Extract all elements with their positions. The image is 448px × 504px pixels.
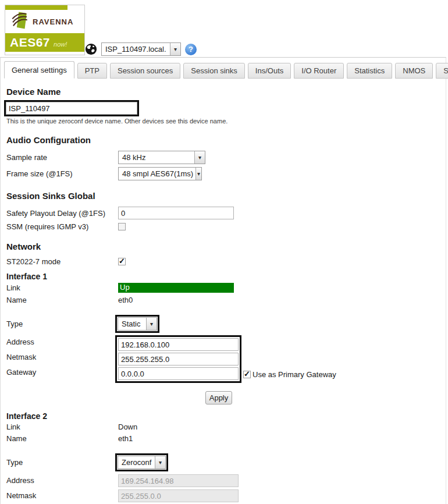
interface1-type-value: Static [118,320,143,328]
interface2-netmask-label: Netmask [6,489,118,504]
device-name-input[interactable] [6,102,137,115]
interface-2-heading: Interface 2 [6,411,446,421]
tab-io-router[interactable]: I/O Router [294,63,344,79]
brand-tagline: now! [54,41,67,48]
page-header: RAVENNA AES67 now! ISP_110497.local. ? [0,0,448,57]
interface1-type-highlight: Static [115,315,159,333]
ssm-checkbox[interactable] [118,223,126,230]
st2022-7-mode-checkbox[interactable] [118,258,126,265]
tab-session-sources[interactable]: Session sources [110,63,180,79]
interface1-gateway-label: Gateway [6,365,118,381]
audio-configuration-heading: Audio Configuration [6,135,446,145]
interface1-primary-gateway-checkbox[interactable] [243,371,251,378]
safety-playout-delay-input[interactable] [118,207,234,219]
interface1-netmask-label: Netmask [6,350,118,365]
chevron-down-icon[interactable] [146,318,157,330]
sample-rate-select[interactable]: 48 kHz [118,151,205,164]
device-name-help: This is the unique zeroconf device name.… [6,118,446,125]
tab-system[interactable]: System [436,63,448,79]
interface2-link-status: Down [118,423,137,431]
tab-nmos[interactable]: NMOS [395,63,433,79]
network-heading: Network [6,242,446,251]
tab-ptp[interactable]: PTP [77,63,107,79]
session-sinks-global-heading: Session Sinks Global [6,191,446,201]
device-name-highlight [4,100,139,116]
interface2-address-label: Address [6,474,118,489]
ravenna-logo-icon [11,10,29,33]
chevron-down-icon[interactable] [170,43,180,55]
brand-product: AES67 [10,36,50,49]
ssm-label: SSM (requires IGMP v3) [6,222,118,231]
frame-size-value: 48 smpl AES67(1ms) [119,169,195,178]
chevron-down-icon[interactable] [195,168,201,180]
brand-name: RAVENNA [33,17,73,26]
interface1-name-label: Name [6,296,118,304]
tab-ins-outs[interactable]: Ins/Outs [248,63,291,79]
interface1-type-label: Type [6,320,118,328]
interface1-apply-button[interactable]: Apply [205,391,232,404]
interface2-type-select[interactable]: Zeroconf [118,456,166,469]
globe-icon [85,43,97,55]
frame-size-label: Frame size (@1FS) [6,169,118,178]
interface1-link-label: Link [6,283,118,292]
interface1-address-label: Address [6,335,118,350]
interface1-name-value: eth0 [118,296,133,304]
interface2-name-value: eth1 [118,434,133,443]
tab-general-settings[interactable]: General settings [4,61,74,79]
safety-playout-delay-label: Safety Playout Delay (@1FS) [6,209,118,218]
interface1-gateway-input[interactable] [118,367,239,380]
interface2-link-label: Link [6,423,118,431]
logo-top-strip [5,5,67,10]
interface2-name-label: Name [6,434,118,443]
interface1-primary-gateway-label: Use as Primary Gateway [253,370,336,379]
device-selector[interactable]: ISP_110497.local. [101,42,181,56]
ravenna-logo: RAVENNA AES67 now! [5,5,85,55]
device-name-heading: Device Name [6,87,446,97]
tab-session-sinks[interactable]: Session sinks [183,63,244,79]
content-frame: General settings PTP Session sources Ses… [0,57,446,504]
tab-bar: General settings PTP Session sources Ses… [1,58,446,79]
interface2-type-highlight: Zeroconf [115,453,168,471]
interface1-address-highlight: Use as Primary Gateway [115,335,241,383]
interface-1-heading: Interface 1 [6,272,446,281]
interface2-type-label: Type [6,458,118,467]
interface2-address-input [118,474,239,487]
tab-statistics[interactable]: Statistics [347,63,392,79]
chevron-down-icon[interactable] [194,151,205,164]
interface1-link-status: Up [118,283,234,293]
interface2-type-value: Zeroconf [118,458,154,467]
interface1-address-input[interactable] [118,338,239,351]
chevron-down-icon[interactable] [155,456,165,468]
interface1-type-select[interactable]: Static [118,317,157,331]
device-selector-value: ISP_110497.local. [102,45,169,54]
sample-rate-label: Sample rate [6,153,118,162]
sample-rate-value: 48 kHz [119,153,148,162]
st2022-7-mode-label: ST2022-7 mode [6,257,118,266]
interface1-netmask-input[interactable] [118,353,239,365]
interface2-netmask-input [118,489,239,502]
help-icon[interactable]: ? [185,44,197,55]
frame-size-select[interactable]: 48 smpl AES67(1ms) [118,167,202,180]
